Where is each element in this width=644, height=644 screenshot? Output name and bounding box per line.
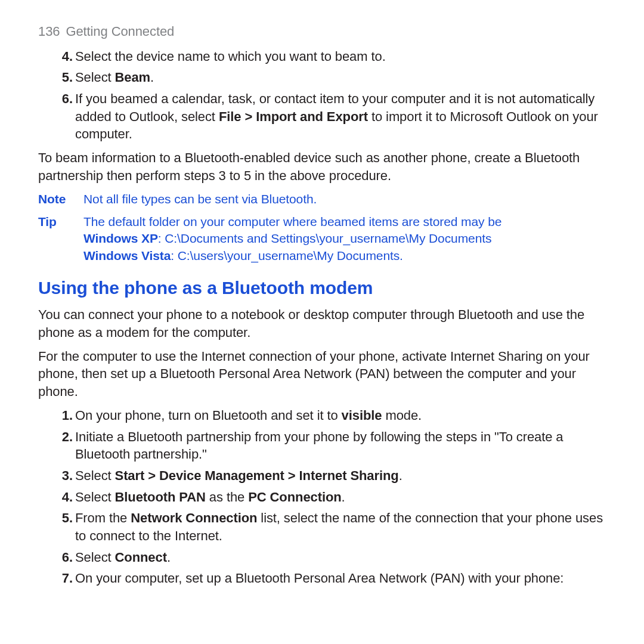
tip-block: Tip The default folder on your computer … xyxy=(38,213,611,264)
item-number: 2. xyxy=(57,428,73,446)
numbered-list-1: 4. Select the device name to which you w… xyxy=(38,48,611,143)
note-text: Not all file types can be sent via Bluet… xyxy=(83,191,611,208)
list-item: 4. Select the device name to which you w… xyxy=(75,48,611,66)
note-block: Note Not all file types can be sent via … xyxy=(38,191,611,208)
paragraph: To beam information to a Bluetooth-enabl… xyxy=(38,149,611,184)
item-number: 3. xyxy=(57,467,73,485)
tip-label: Tip xyxy=(38,213,83,264)
item-text: Select Bluetooth PAN as the PC Connectio… xyxy=(75,488,611,506)
list-item: 5. From the Network Connection list, sel… xyxy=(75,509,611,544)
item-number: 6. xyxy=(57,549,73,566)
item-text: On your phone, turn on Bluetooth and set… xyxy=(75,407,611,425)
item-number: 4. xyxy=(57,488,73,506)
list-item: 1. On your phone, turn on Bluetooth and … xyxy=(75,407,611,425)
list-item: 6. Select Connect. xyxy=(75,549,611,566)
paragraph: You can connect your phone to a notebook… xyxy=(38,306,611,341)
item-text: From the Network Connection list, select… xyxy=(75,509,611,544)
item-number: 5. xyxy=(57,509,73,527)
note-label: Note xyxy=(38,191,83,208)
item-text: If you beamed a calendar, task, or conta… xyxy=(75,90,611,143)
list-item: 4. Select Bluetooth PAN as the PC Connec… xyxy=(75,488,611,506)
list-item: 7. On your computer, set up a Bluetooth … xyxy=(75,569,611,587)
item-text: Initiate a Bluetooth partnership from yo… xyxy=(75,428,611,463)
page-header: 136Getting Connected xyxy=(38,23,611,41)
item-number: 1. xyxy=(57,407,73,425)
item-number: 4. xyxy=(57,48,73,66)
list-item: 3. Select Start > Device Management > In… xyxy=(75,467,611,485)
item-text: On your computer, set up a Bluetooth Per… xyxy=(75,569,611,587)
list-item: 2. Initiate a Bluetooth partnership from… xyxy=(75,428,611,463)
list-item: 6. If you beamed a calendar, task, or co… xyxy=(75,90,611,143)
item-text: Select Start > Device Management > Inter… xyxy=(75,467,611,485)
item-text: Select Beam. xyxy=(75,69,611,86)
numbered-list-2: 1. On your phone, turn on Bluetooth and … xyxy=(38,407,611,587)
section-title: Getting Connected xyxy=(66,24,174,39)
item-number: 5. xyxy=(57,69,73,86)
tip-text: The default folder on your computer wher… xyxy=(83,213,611,264)
item-text: Select the device name to which you want… xyxy=(75,48,611,66)
page-number: 136 xyxy=(38,24,60,39)
list-item: 5. Select Beam. xyxy=(75,69,611,86)
item-number: 6. xyxy=(57,90,73,108)
item-text: Select Connect. xyxy=(75,549,611,566)
section-heading: Using the phone as a Bluetooth modem xyxy=(38,276,611,301)
paragraph: For the computer to use the Internet con… xyxy=(38,348,611,401)
item-number: 7. xyxy=(57,569,73,587)
